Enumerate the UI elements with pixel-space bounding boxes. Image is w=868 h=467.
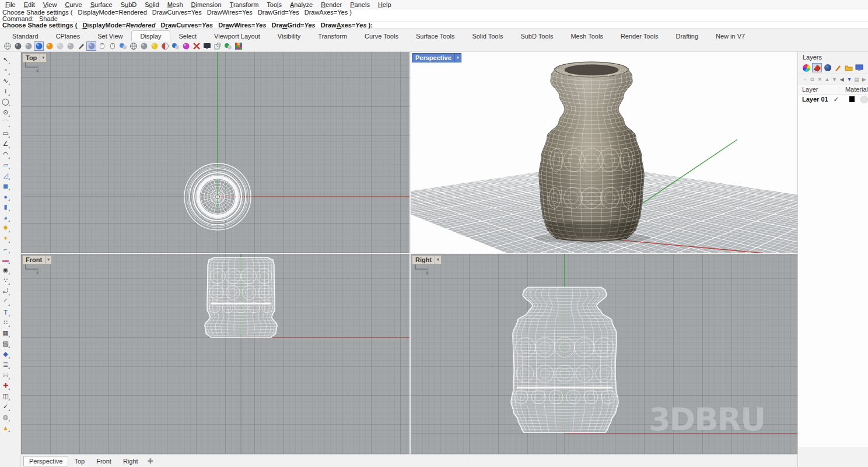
- menu-item-transform[interactable]: Transform: [226, 1, 263, 8]
- toolbar-tab-viewport-layout[interactable]: Viewport Layout: [205, 30, 269, 41]
- menu-item-curve[interactable]: Curve: [61, 1, 86, 8]
- folder-panel-icon[interactable]: [844, 63, 853, 72]
- command-option-drawcurves[interactable]: DrawCurves=Yes: [160, 22, 213, 29]
- color-grid-icon[interactable]: [233, 41, 243, 51]
- toolbar-tab-select[interactable]: Select: [170, 30, 206, 41]
- wireframe-display-icon[interactable]: [2, 41, 12, 51]
- viewport-label-right[interactable]: Right ▾: [412, 255, 442, 264]
- viewport-tab-right[interactable]: Right: [117, 456, 144, 466]
- viewport-top[interactable]: Top ▾ y x: [21, 52, 410, 253]
- freeform-icon[interactable]: ◠: [1, 149, 10, 159]
- xray-display-icon[interactable]: [65, 41, 75, 51]
- command-option-drawaxes[interactable]: DrawAxes=Yes: [304, 9, 348, 16]
- rendered-display-icon[interactable]: [34, 41, 44, 51]
- toolbar-tab-set-view[interactable]: Set View: [89, 30, 131, 41]
- pipe-icon[interactable]: ✚: [1, 381, 10, 391]
- toolbar-tab-subd-tools[interactable]: SubD Tools: [512, 30, 562, 41]
- array-icon[interactable]: ∷: [1, 318, 10, 327]
- cylinder-icon[interactable]: ▮: [1, 202, 10, 212]
- cplane-target-icon[interactable]: [160, 41, 170, 51]
- shaded-mono-display-icon[interactable]: [23, 41, 33, 51]
- menu-item-solid[interactable]: Solid: [141, 1, 163, 8]
- display-panel-icon[interactable]: [802, 63, 811, 72]
- toolbar-tab-standard[interactable]: Standard: [4, 30, 47, 41]
- new-layer-icon[interactable]: ▫: [802, 76, 808, 82]
- surface-icon[interactable]: ▱: [1, 160, 10, 170]
- viewport-tab-top[interactable]: Top: [68, 456, 90, 466]
- toolbar-tab-display[interactable]: Display: [131, 30, 170, 41]
- clear-display-icon[interactable]: [191, 41, 201, 51]
- menu-item-mesh[interactable]: Mesh: [163, 1, 187, 8]
- monitor-icon[interactable]: [202, 41, 212, 51]
- toolbar-tab-surface-tools[interactable]: Surface Tools: [407, 30, 463, 41]
- curve-icon[interactable]: ∿: [1, 76, 10, 86]
- viewport-menu-arrow-icon[interactable]: ▾: [435, 256, 441, 264]
- shaded-display-icon[interactable]: [13, 41, 23, 51]
- render-mesh-icon[interactable]: [128, 41, 138, 51]
- viewport-label-perspective[interactable]: Perspective ▾: [412, 53, 461, 62]
- viewport-menu-arrow-icon[interactable]: ▾: [454, 54, 461, 62]
- menu-item-subd[interactable]: SubD: [117, 1, 141, 8]
- menu-item-render[interactable]: Render: [317, 1, 346, 8]
- blend-icon[interactable]: ⤾: [1, 286, 10, 296]
- move-up-icon[interactable]: ▲: [824, 76, 831, 82]
- menu-item-file[interactable]: File: [1, 1, 20, 8]
- shade-ball-icon[interactable]: ◍: [1, 412, 10, 422]
- delete-layer-icon[interactable]: ✕: [816, 76, 823, 82]
- command-option-drawwires[interactable]: DrawWires=Yes: [207, 9, 253, 16]
- sphere-icon[interactable]: ●: [1, 191, 10, 201]
- ellipse-icon[interactable]: ⊙: [1, 107, 10, 117]
- select-arrow-icon[interactable]: ↖: [1, 55, 10, 65]
- viewport-tab-perspective[interactable]: Perspective: [23, 456, 68, 466]
- menu-item-dimension[interactable]: Dimension: [187, 1, 226, 8]
- ghost-box-icon[interactable]: [212, 41, 222, 51]
- command-option-drawcurves[interactable]: DrawCurves=Yes: [152, 9, 202, 16]
- layer-color-swatch[interactable]: [849, 96, 855, 102]
- menu-item-tools[interactable]: Tools: [262, 1, 286, 8]
- viewport-menu-arrow-icon[interactable]: ▾: [45, 256, 51, 264]
- box-icon[interactable]: ◼: [1, 181, 10, 191]
- command-option-drawwires[interactable]: DrawWires=Yes: [218, 22, 266, 29]
- menu-item-edit[interactable]: Edit: [20, 1, 39, 8]
- trim-icon[interactable]: ⌐: [1, 244, 10, 254]
- viewport-label-front[interactable]: Front ▾: [22, 255, 52, 264]
- materials-panel-icon[interactable]: [822, 63, 832, 72]
- grid-points-icon[interactable]: ∺: [1, 370, 10, 380]
- command-prompt[interactable]: Choose Shade settings (DisplayMode=Rende…: [0, 22, 868, 29]
- gray-sphere-icon[interactable]: [139, 41, 149, 51]
- viewport-front[interactable]: Front ▾ z x: [21, 254, 410, 454]
- check-icon[interactable]: ✓: [1, 402, 10, 412]
- solid-icon[interactable]: ◆: [1, 349, 10, 359]
- menu-item-analyze[interactable]: Analyze: [286, 1, 317, 8]
- gold-sphere-icon[interactable]: [149, 41, 159, 51]
- display-mode-panel-icon[interactable]: [854, 63, 864, 72]
- polyline-icon[interactable]: ∠: [1, 139, 10, 149]
- explode-icon[interactable]: ✸: [1, 223, 10, 233]
- ghosted-display-icon[interactable]: [55, 41, 65, 51]
- patch-icon[interactable]: ◿: [1, 170, 10, 180]
- sphere-mouse-icon[interactable]: [170, 41, 180, 51]
- flat-shade-icon[interactable]: [223, 41, 233, 51]
- point-icon[interactable]: ∘: [1, 65, 10, 75]
- toolbar-tab-new-in-v7[interactable]: New in V7: [707, 30, 754, 41]
- technical-display-icon[interactable]: [76, 41, 86, 51]
- toolbar-tab-drafting[interactable]: Drafting: [667, 30, 708, 41]
- add-viewport-tab-icon[interactable]: ✚: [144, 457, 157, 465]
- text-icon[interactable]: T: [1, 307, 10, 317]
- layer-row[interactable]: Layer 01✓: [798, 95, 868, 104]
- viewport-perspective[interactable]: Perspective ▾: [411, 52, 797, 253]
- layers-stack-icon[interactable]: ≣: [1, 360, 10, 370]
- mouse-pan-icon[interactable]: [107, 41, 117, 51]
- rectangle-icon[interactable]: ▭: [1, 128, 10, 138]
- artistic-display-icon[interactable]: [86, 41, 96, 51]
- viewport-tab-front[interactable]: Front: [90, 456, 117, 466]
- toolbar-tab-cplanes[interactable]: CPlanes: [47, 30, 89, 41]
- menu-item-surface[interactable]: Surface: [86, 1, 117, 8]
- command-option-drawgrid[interactable]: DrawGrid=Yes: [258, 9, 299, 16]
- command-option-drawaxes[interactable]: DrawAxes=Yes: [321, 22, 367, 29]
- blocks-icon[interactable]: ▦: [1, 328, 10, 338]
- mouse-rotate-icon[interactable]: [97, 41, 107, 51]
- viewport-label-top[interactable]: Top ▾: [22, 53, 47, 62]
- move-down-icon[interactable]: ▼: [831, 76, 838, 82]
- copy-layer-icon[interactable]: ⧉: [809, 76, 816, 83]
